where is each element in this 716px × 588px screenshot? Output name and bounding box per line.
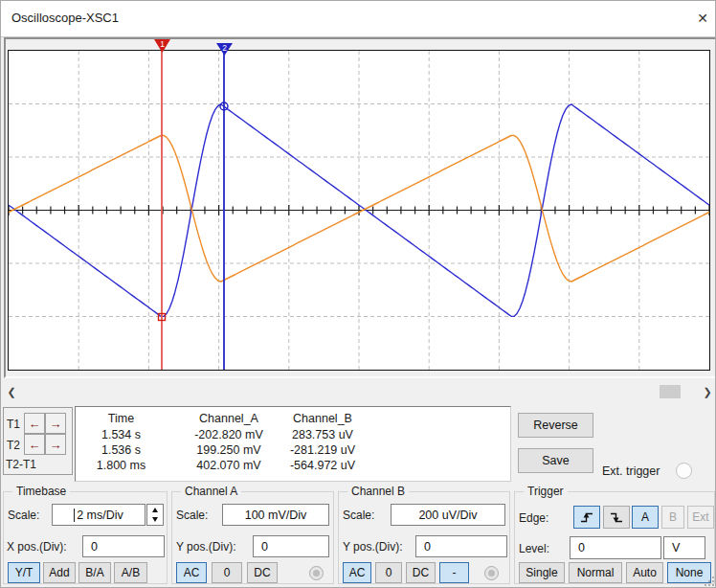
timebase-group: Timebase Scale: 2 ms/Div X pos.(Div): 0 …	[3, 491, 168, 584]
right-arrow-icon: →	[50, 417, 62, 431]
window-title: Oscilloscope-XSC1	[11, 11, 119, 25]
t1-label: T1	[7, 418, 20, 431]
channel-a-zero-button[interactable]: 0	[212, 562, 242, 583]
timebase-scale-label: Scale:	[8, 509, 39, 522]
ext-trigger-label: Ext. trigger	[602, 464, 660, 478]
t1-left-button[interactable]: ←	[24, 413, 45, 434]
ext-trigger-terminal[interactable]	[676, 463, 692, 479]
scrollbar-thumb[interactable]	[660, 385, 681, 398]
falling-edge-icon	[609, 509, 624, 525]
scope-scrollbar	[1, 382, 716, 400]
channel-a-ypos-input[interactable]: 0	[253, 535, 329, 557]
trigger-level-input[interactable]: 0	[570, 536, 661, 559]
t1-right-button[interactable]: →	[45, 413, 66, 434]
rising-edge-icon	[579, 509, 594, 525]
ab-button[interactable]: A/B	[114, 562, 147, 583]
left-arrow-icon: ←	[29, 417, 41, 431]
t2-right-button[interactable]: →	[45, 434, 66, 455]
channel-a-title: Channel A	[181, 485, 241, 498]
t2-t1-label: T2-T1	[6, 458, 36, 471]
oscilloscope-window: Oscilloscope-XSC1 ✕ 1 2 ❮ ❯ T1 ← → T2 ← …	[0, 0, 716, 588]
timebase-xpos-input[interactable]: 0	[82, 535, 165, 557]
trigger-title: Trigger	[524, 485, 568, 498]
t2-left-button[interactable]: ←	[24, 434, 45, 455]
channel-a-group: Channel A Scale: 100 mV/Div Y pos.(Div):…	[171, 491, 334, 584]
channel-b-group: Channel B Scale: 200 uV/Div Y pos.(Div):…	[338, 491, 510, 584]
cursor-1-label: 1	[160, 39, 165, 49]
cursor-2-label: 2	[222, 43, 227, 53]
falling-edge-button[interactable]	[603, 506, 630, 529]
trigger-auto-button[interactable]: Auto	[626, 562, 663, 583]
channel-b-scale-label: Scale:	[343, 509, 374, 522]
table-row: 1.536 s 199.250 mV -281.219 uV	[76, 443, 510, 459]
channel-a-scale-input[interactable]: 100 mV/Div	[222, 504, 329, 526]
channel-b-dc-button[interactable]: DC	[406, 562, 436, 583]
channel-b-zero-button[interactable]: 0	[375, 562, 402, 583]
t2-t1-channel-b-value: -564.972 uV	[265, 459, 380, 472]
t2-channel-b-value: -281.219 uV	[265, 443, 380, 457]
trigger-level-label: Level:	[519, 542, 549, 555]
t1-time-value: 1.534 s	[76, 428, 167, 441]
channel-a-scale-label: Scale:	[176, 509, 208, 522]
ba-button[interactable]: B/A	[78, 562, 111, 583]
t2-time-value: 1.536 s	[76, 443, 167, 457]
trigger-a-button[interactable]: A	[632, 506, 659, 529]
resize-grip[interactable]	[704, 576, 715, 587]
right-arrow-icon: →	[50, 438, 62, 452]
left-arrow-icon: ←	[29, 438, 41, 452]
channel-b-ac-button[interactable]: AC	[343, 562, 371, 583]
close-icon[interactable]: ✕	[692, 8, 713, 29]
table-row: 1.800 ms 402.070 mV -564.972 uV	[76, 459, 510, 474]
trigger-ext-button: Ext	[687, 506, 714, 529]
scroll-right-icon[interactable]: ❯	[701, 385, 714, 398]
channel-b-title: Channel B	[347, 485, 409, 498]
channel-a-terminal[interactable]	[309, 566, 324, 580]
timebase-xpos-label: X pos.(Div):	[7, 540, 67, 554]
scroll-left-icon[interactable]: ❮	[5, 385, 18, 398]
channel-b-invert-button[interactable]: -	[439, 562, 469, 583]
timebase-title: Timebase	[12, 485, 70, 498]
scope-plot	[9, 51, 709, 370]
table-header-row: Time Channel_A Channel_B	[76, 412, 510, 427]
t1-channel-b-value: 283.753 uV	[265, 428, 380, 441]
yt-button[interactable]: Y/T	[8, 562, 40, 583]
channel-b-ypos-label: Y pos.(Div):	[343, 540, 402, 554]
trigger-edge-label: Edge:	[519, 511, 548, 525]
channel-a-ypos-label: Y pos.(Div):	[176, 540, 235, 554]
trigger-level-unit-select[interactable]: V	[663, 536, 705, 559]
spinner-down-icon[interactable]	[147, 515, 163, 526]
reverse-button[interactable]: Reverse	[518, 413, 593, 438]
channel-b-scale-input[interactable]: 200 uV/Div	[391, 504, 505, 526]
timebase-scale-spinner[interactable]	[146, 504, 164, 526]
scope-display	[9, 51, 709, 370]
col-header-time: Time	[76, 412, 167, 425]
add-button[interactable]: Add	[43, 562, 76, 583]
t2-label: T2	[7, 439, 20, 452]
timebase-scale-input[interactable]: 2 ms/Div	[52, 504, 145, 526]
trigger-group: Trigger Edge: A B Ext Level: 0 V Single …	[514, 491, 715, 584]
cursor-1-flag[interactable]: 1	[154, 39, 170, 53]
channel-a-dc-button[interactable]: DC	[247, 562, 278, 583]
trigger-b-button: B	[661, 506, 684, 529]
channel-b-terminal[interactable]	[484, 566, 499, 580]
rising-edge-button[interactable]	[573, 506, 600, 529]
channel-b-ypos-input[interactable]: 0	[415, 535, 507, 557]
trigger-single-button[interactable]: Single	[519, 562, 565, 583]
save-button[interactable]: Save	[518, 448, 593, 473]
t2-t1-time-value: 1.800 ms	[76, 459, 167, 472]
table-row: 1.534 s -202.820 mV 283.753 uV	[76, 428, 510, 443]
spinner-up-icon[interactable]	[147, 505, 163, 515]
cursor-2-flag[interactable]: 2	[216, 43, 233, 56]
col-header-channel-b: Channel_B	[265, 412, 380, 425]
text-caret	[74, 509, 75, 522]
trigger-normal-button[interactable]: Normal	[569, 562, 622, 583]
measurement-table: Time Channel_A Channel_B 1.534 s -202.82…	[75, 406, 511, 482]
channel-a-ac-button[interactable]: AC	[176, 562, 207, 583]
